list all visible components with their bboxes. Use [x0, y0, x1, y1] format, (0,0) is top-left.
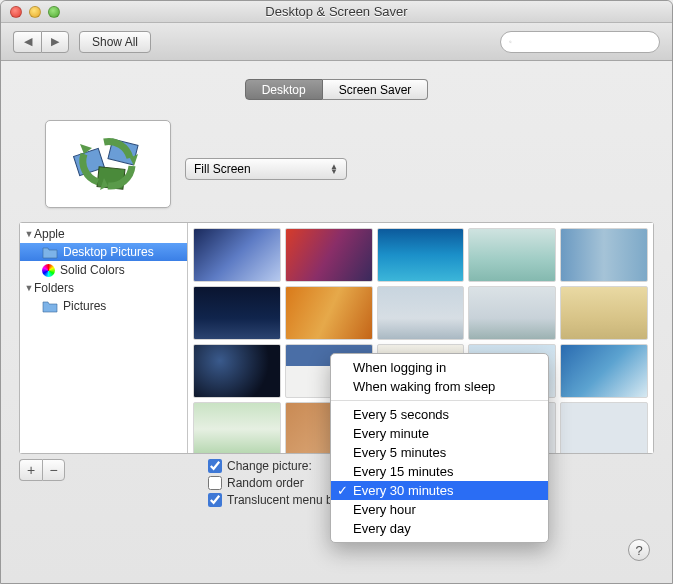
- translucent-checkbox[interactable]: [208, 493, 222, 507]
- wallpaper-thumb[interactable]: [560, 402, 648, 453]
- titlebar: Desktop & Screen Saver: [1, 1, 672, 23]
- recycle-icon: [68, 132, 148, 196]
- wallpaper-thumb[interactable]: [193, 228, 281, 282]
- sidebar-item-label: Pictures: [63, 299, 106, 313]
- toolbar: ◀ ▶ Show All: [1, 23, 672, 61]
- wallpaper-thumb[interactable]: [560, 344, 648, 398]
- menu-item[interactable]: Every day: [331, 519, 548, 538]
- add-remove-segment: + −: [19, 459, 65, 481]
- menu-item[interactable]: When waking from sleep: [331, 377, 548, 396]
- sidebar-group[interactable]: ▼Apple: [20, 225, 187, 243]
- top-section: Fill Screen ▲▼: [19, 120, 654, 208]
- sidebar-item-label: Solid Colors: [60, 263, 125, 277]
- options: Change picture: Random order Translucent…: [208, 459, 343, 507]
- menu-item[interactable]: Every hour: [331, 500, 548, 519]
- sidebar-group[interactable]: ▼Folders: [20, 279, 187, 297]
- add-button[interactable]: +: [19, 459, 42, 481]
- fit-mode-select[interactable]: Fill Screen ▲▼: [185, 158, 347, 180]
- sidebar-item[interactable]: Pictures: [20, 297, 187, 315]
- sidebar-item-label: Desktop Pictures: [63, 245, 154, 259]
- disclosure-icon: ▼: [24, 283, 34, 293]
- menu-item[interactable]: Every 5 minutes: [331, 443, 548, 462]
- menu-item[interactable]: Every 15 minutes: [331, 462, 548, 481]
- svg-point-0: [509, 40, 511, 42]
- folder-icon: [42, 246, 58, 259]
- wallpaper-thumb[interactable]: [193, 402, 281, 453]
- random-order-row[interactable]: Random order: [208, 476, 343, 490]
- translucent-label: Translucent menu bar: [227, 493, 343, 507]
- wallpaper-preview: [45, 120, 171, 208]
- traffic-lights: [1, 6, 60, 18]
- wallpaper-thumb[interactable]: [193, 286, 281, 340]
- window-title: Desktop & Screen Saver: [1, 4, 672, 19]
- wallpaper-thumb[interactable]: [193, 344, 281, 398]
- prefs-window: Desktop & Screen Saver ◀ ▶ Show All Desk…: [0, 0, 673, 584]
- random-order-checkbox[interactable]: [208, 476, 222, 490]
- wallpaper-thumb[interactable]: [377, 228, 465, 282]
- wallpaper-thumb[interactable]: [285, 228, 373, 282]
- back-button[interactable]: ◀: [13, 31, 41, 53]
- menu-item[interactable]: Every 5 seconds: [331, 405, 548, 424]
- wallpaper-thumb[interactable]: [285, 286, 373, 340]
- random-order-label: Random order: [227, 476, 304, 490]
- wallpaper-thumb[interactable]: [560, 228, 648, 282]
- search-input[interactable]: [517, 35, 651, 49]
- colorwheel-icon: [42, 264, 55, 277]
- change-picture-label: Change picture:: [227, 459, 312, 473]
- wallpaper-thumb[interactable]: [560, 286, 648, 340]
- translucent-row[interactable]: Translucent menu bar: [208, 493, 343, 507]
- folder-icon: [42, 300, 58, 313]
- help-button[interactable]: ?: [628, 539, 650, 561]
- show-all-button[interactable]: Show All: [79, 31, 151, 53]
- tab-bar: Desktop Screen Saver: [19, 79, 654, 100]
- menu-item[interactable]: Every 30 minutes: [331, 481, 548, 500]
- wallpaper-thumb[interactable]: [468, 228, 556, 282]
- wallpaper-thumb[interactable]: [468, 286, 556, 340]
- minimize-icon[interactable]: [29, 6, 41, 18]
- remove-button[interactable]: −: [42, 459, 65, 481]
- wallpaper-thumb[interactable]: [377, 286, 465, 340]
- menu-item[interactable]: Every minute: [331, 424, 548, 443]
- nav-segment: ◀ ▶: [13, 31, 69, 53]
- forward-button[interactable]: ▶: [41, 31, 69, 53]
- sidebar-group-label: Folders: [34, 281, 74, 295]
- svg-line-1: [511, 42, 512, 43]
- menu-item[interactable]: When logging in: [331, 358, 548, 377]
- disclosure-icon: ▼: [24, 229, 34, 239]
- sidebar-item[interactable]: Desktop Pictures: [20, 243, 187, 261]
- source-sidebar: ▼AppleDesktop PicturesSolid Colors▼Folde…: [20, 223, 188, 453]
- change-picture-row[interactable]: Change picture:: [208, 459, 343, 473]
- sidebar-group-label: Apple: [34, 227, 65, 241]
- fit-mode-label: Fill Screen: [194, 162, 251, 176]
- tab-desktop[interactable]: Desktop: [245, 79, 323, 100]
- change-picture-checkbox[interactable]: [208, 459, 222, 473]
- sidebar-item[interactable]: Solid Colors: [20, 261, 187, 279]
- interval-menu: When logging inWhen waking from sleepEve…: [330, 353, 549, 543]
- search-icon: [509, 36, 512, 48]
- zoom-icon[interactable]: [48, 6, 60, 18]
- updown-icon: ▲▼: [330, 164, 338, 174]
- search-field[interactable]: [500, 31, 660, 53]
- close-icon[interactable]: [10, 6, 22, 18]
- tab-screensaver[interactable]: Screen Saver: [323, 79, 429, 100]
